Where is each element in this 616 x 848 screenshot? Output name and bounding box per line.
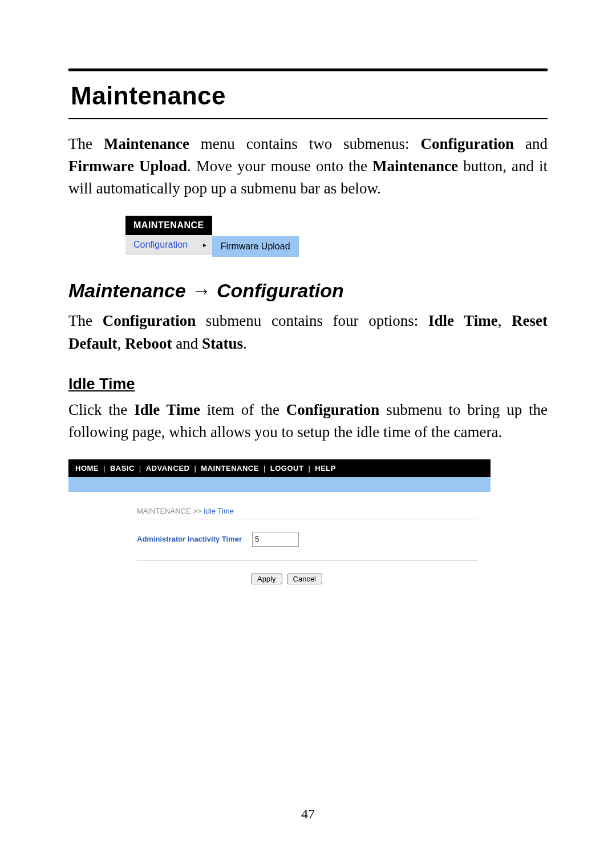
nav-separator: | <box>103 464 106 473</box>
page-number: 47 <box>0 806 616 822</box>
text: The <box>68 312 103 329</box>
idle-time-ui-screenshot: HOME | BASIC | ADVANCED | MAINTENANCE | … <box>68 459 491 598</box>
ui-body: MAINTENANCE >> Idle Time Administrator I… <box>68 492 491 598</box>
submenu-figure: MAINTENANCE Configuration ▸ Firmware Upl… <box>125 216 548 257</box>
button-row: Apply Cancel <box>251 574 478 584</box>
text: and <box>514 135 548 152</box>
text: item of the <box>200 401 286 418</box>
breadcrumb-root: MAINTENANCE >> <box>137 507 204 515</box>
text: . Move your mouse onto the <box>187 158 372 175</box>
chevron-right-icon: ▸ <box>203 241 206 249</box>
heading-maintenance-configuration: Maintenance → Configuration <box>68 280 548 302</box>
nav-help[interactable]: HELP <box>315 464 336 473</box>
rule-top <box>68 68 548 71</box>
bold-maintenance: Maintenance <box>104 135 189 152</box>
configuration-paragraph: The Configuration submenu contains four … <box>68 310 548 354</box>
nav-maintenance[interactable]: MAINTENANCE <box>201 464 259 473</box>
text: The <box>68 135 104 152</box>
nav-separator: | <box>139 464 141 473</box>
heading-maintenance: Maintenance <box>71 82 548 110</box>
subheading-left: Maintenance <box>68 280 186 302</box>
bold-configuration: Configuration <box>103 312 196 329</box>
spacer <box>212 216 299 236</box>
submenu-item-configuration[interactable]: Configuration ▸ <box>125 235 212 255</box>
input-inactivity-timer[interactable] <box>252 532 299 547</box>
bold-firmware-upload: Firmware Upload <box>68 158 187 175</box>
nav-logout[interactable]: LOGOUT <box>270 464 304 473</box>
intro-paragraph: The Maintenance menu contains two submen… <box>68 133 548 200</box>
divider <box>137 560 478 561</box>
text: and <box>172 335 201 352</box>
bold-reboot: Reboot <box>125 335 172 352</box>
divider <box>137 519 478 519</box>
nav-separator: | <box>264 464 266 473</box>
breadcrumb-current: Idle Time <box>204 507 234 515</box>
rule-under-heading <box>68 118 548 119</box>
bold-configuration: Configuration <box>421 135 514 152</box>
bold-configuration: Configuration <box>286 401 380 418</box>
submenu-item-label: Configuration <box>133 240 188 250</box>
text: . <box>243 335 247 352</box>
text: , <box>117 335 125 352</box>
bold-maintenance-2: Maintenance <box>372 158 458 175</box>
arrow-right-icon: → <box>192 280 211 302</box>
blue-bar <box>68 477 491 492</box>
nav-advanced[interactable]: ADVANCED <box>146 464 190 473</box>
bold-idle-time: Idle Time <box>428 312 498 329</box>
apply-button[interactable]: Apply <box>251 574 282 584</box>
subheading-right: Configuration <box>217 280 344 302</box>
idle-time-paragraph: Click the Idle Time item of the Configur… <box>68 399 548 443</box>
top-nav: HOME | BASIC | ADVANCED | MAINTENANCE | … <box>68 459 491 477</box>
nav-separator: | <box>194 464 196 473</box>
bold-status: Status <box>202 335 243 352</box>
text: , <box>498 312 512 329</box>
breadcrumb: MAINTENANCE >> Idle Time <box>137 507 478 515</box>
submenu-item-firmware-upload[interactable]: Firmware Upload <box>212 236 299 257</box>
text: menu contains two submenus: <box>189 135 421 152</box>
text: submenu contains four options: <box>196 312 428 329</box>
nav-home[interactable]: HOME <box>75 464 99 473</box>
cancel-button[interactable]: Cancel <box>287 574 322 584</box>
label-inactivity-timer: Administrator Inactivity Timer <box>137 535 242 543</box>
submenu-header-maintenance[interactable]: MAINTENANCE <box>125 216 212 235</box>
text: Click the <box>68 401 134 418</box>
form-row-inactivity-timer: Administrator Inactivity Timer <box>137 532 478 547</box>
nav-separator: | <box>308 464 310 473</box>
document-page: Maintenance The Maintenance menu contain… <box>0 0 616 848</box>
heading-idle-time: Idle Time <box>68 375 548 393</box>
bold-idle-time: Idle Time <box>134 401 200 418</box>
nav-basic[interactable]: BASIC <box>110 464 135 473</box>
